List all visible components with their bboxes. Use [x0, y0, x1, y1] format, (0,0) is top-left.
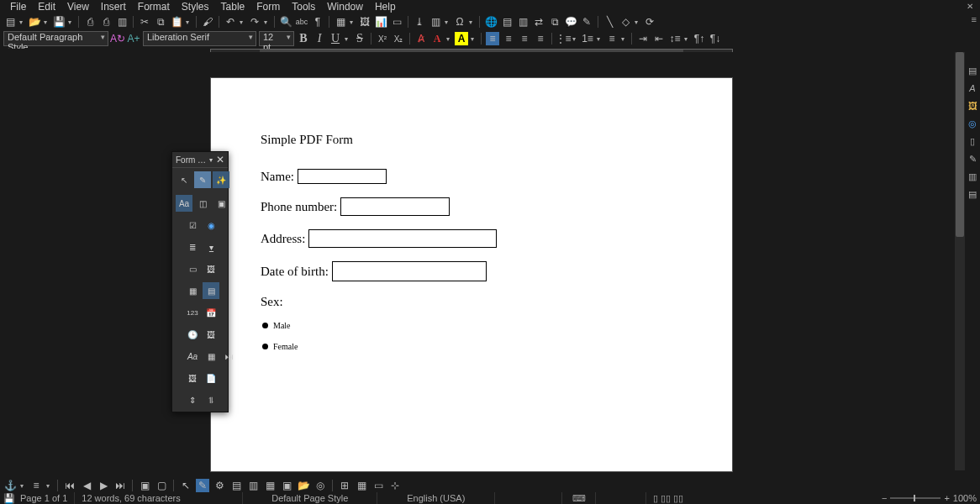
menu-tools[interactable]: Tools [287, 0, 320, 13]
document-page[interactable]: Simple PDF Form Name: Phone number: Addr… [210, 77, 733, 472]
navigator-panel-icon[interactable]: ◎ [966, 116, 979, 131]
form-nav-last-icon[interactable]: ⏭ [113, 479, 127, 492]
styles-panel-icon[interactable]: A [966, 81, 979, 96]
menu-file[interactable]: File [5, 0, 31, 13]
status-page-style[interactable]: Default Page Style [243, 492, 377, 504]
design-toggle-icon[interactable]: ✎ [196, 479, 209, 492]
manage-changes-icon[interactable]: ▥ [966, 169, 979, 184]
open-icon[interactable]: 📂 [28, 15, 41, 29]
currency-field-icon[interactable]: 🖼 [203, 326, 219, 343]
menu-edit[interactable]: Edit [33, 0, 61, 13]
gallery-panel-icon[interactable]: 🖼 [966, 98, 979, 113]
more-controls-icon[interactable]: ▤ [203, 282, 219, 299]
image-control-icon[interactable]: 🖼 [184, 370, 201, 386]
zoom-in-button[interactable]: + [944, 493, 949, 503]
menu-view[interactable]: View [62, 0, 94, 13]
align-center-button[interactable]: ≡ [502, 32, 515, 45]
design-mode-icon[interactable]: ✎ [194, 171, 211, 188]
zoom-level[interactable]: 100% [953, 493, 977, 503]
italic-button[interactable]: I [313, 32, 326, 45]
clear-formatting-icon[interactable]: A̷ [414, 32, 428, 45]
name-textbox[interactable] [298, 169, 387, 184]
cross-ref-icon[interactable]: ⇄ [532, 15, 545, 29]
save-icon[interactable]: 💾 [52, 15, 66, 29]
checkbox-control-icon[interactable]: ☑ [184, 217, 201, 234]
control-props-icon[interactable]: ⚙ [213, 479, 226, 492]
font-size-combo[interactable]: 12 pt [259, 31, 294, 46]
menu-format[interactable]: Format [133, 0, 175, 13]
spin-button-icon[interactable]: ⇕ [184, 391, 201, 408]
select-tool-icon[interactable]: ↖ [176, 171, 192, 188]
scrollbar-thumb[interactable] [956, 52, 964, 237]
clone-formatting-icon[interactable]: 🖌 [201, 15, 214, 29]
decrease-indent-button[interactable]: ⇤ [652, 32, 666, 45]
form-nav-next-icon[interactable]: ▶ [97, 479, 110, 492]
track-changes-icon[interactable]: ✎ [580, 15, 593, 29]
zoom-out-button[interactable]: − [882, 493, 887, 503]
align-left-button[interactable]: ≡ [486, 32, 499, 45]
font-color-button[interactable]: A [430, 32, 444, 45]
position-size-icon[interactable]: ⊞ [338, 479, 351, 492]
file-selection-icon[interactable]: 📄 [203, 370, 219, 386]
formatted-field-icon[interactable]: ▦ [184, 282, 201, 299]
table-control-icon[interactable]: ▦ [203, 348, 219, 365]
helplines-icon[interactable]: ▭ [371, 479, 385, 492]
accessibility-icon[interactable]: ▤ [966, 186, 979, 202]
subscript-button[interactable]: X₂ [392, 32, 405, 45]
paragraph-style-combo[interactable]: Default Paragraph Style [3, 31, 108, 46]
align-right-button[interactable]: ≡ [518, 32, 531, 45]
scrollbar-control-icon[interactable]: ⥮ [203, 391, 219, 408]
menu-help[interactable]: Help [370, 0, 401, 13]
auto-control-focus-icon[interactable]: ◎ [313, 479, 327, 492]
print-icon[interactable]: ⎙ [99, 15, 113, 29]
line-icon[interactable]: ╲ [603, 15, 616, 29]
paste-icon[interactable]: 📋 [170, 15, 183, 29]
insert-table-icon[interactable]: ▦ [334, 15, 347, 29]
form-props-icon[interactable]: ▤ [229, 479, 243, 492]
special-char-icon[interactable]: Ω [453, 15, 466, 29]
push-button-icon[interactable]: ▭ [184, 260, 201, 277]
strikethrough-button[interactable]: S [353, 32, 366, 45]
bold-button[interactable]: B [297, 32, 310, 45]
add-field-icon[interactable]: ▦ [263, 479, 277, 492]
new-doc-icon[interactable]: ▤ [3, 15, 17, 29]
style-inspector-icon[interactable]: ✎ [966, 151, 979, 166]
form-nav-prev-icon[interactable]: ◀ [80, 479, 93, 492]
redo-icon[interactable]: ↷ [248, 15, 261, 29]
female-radio[interactable] [262, 344, 268, 349]
address-textbox[interactable] [308, 229, 497, 248]
radio-control-icon[interactable]: ◉ [203, 217, 219, 234]
window-close-icon[interactable]: ✕ [967, 2, 973, 11]
menu-styles[interactable]: Styles [177, 0, 214, 13]
decrease-para-spacing-button[interactable]: ¶↓ [709, 32, 722, 45]
cut-icon[interactable]: ✂ [138, 15, 151, 29]
insert-field-icon[interactable]: ▥ [429, 15, 442, 29]
form-toolbar-close-icon[interactable]: ✕ [216, 154, 224, 165]
duplicate-icon[interactable]: ⧉ [548, 15, 561, 29]
bookmark-icon[interactable]: ▥ [516, 15, 530, 29]
menu-table[interactable]: Table [216, 0, 250, 13]
status-insert-mode[interactable]: ⌨ [562, 492, 596, 504]
snap-guides-icon[interactable]: ⊹ [388, 479, 402, 492]
bullet-list-button[interactable]: ⋮≡ [556, 32, 570, 45]
increase-indent-button[interactable]: ⇥ [636, 32, 650, 45]
numbered-list-button[interactable]: 1≡ [581, 32, 594, 45]
page-panel-icon[interactable]: ▯ [966, 134, 979, 149]
male-radio[interactable] [262, 323, 268, 328]
view-book-icon[interactable]: ▯▯ [673, 493, 683, 504]
page-break-icon[interactable]: ⤓ [413, 15, 426, 29]
spellcheck-icon[interactable]: abc [295, 15, 308, 29]
select-arrow-icon[interactable]: ↖ [179, 479, 192, 492]
formatting-marks-icon[interactable]: ¶ [311, 15, 324, 29]
footnote-icon[interactable]: ▤ [500, 15, 514, 29]
combobox-control-icon[interactable]: ▾̲ [203, 239, 219, 255]
vertical-scrollbar[interactable] [955, 52, 965, 470]
form-navigator-icon[interactable]: ▥ [246, 479, 260, 492]
time-field-icon[interactable]: 🕒 [184, 326, 201, 343]
form-toolbar-dropdown-icon[interactable]: ▾ [209, 156, 213, 164]
insert-textbox-icon[interactable]: ▭ [390, 15, 403, 29]
date-field-icon[interactable]: 📅 [203, 304, 219, 321]
basic-shapes-icon[interactable]: ◇ [619, 15, 632, 29]
grid-icon[interactable]: ▦ [355, 479, 368, 492]
group-box-icon[interactable]: ▣ [213, 195, 229, 212]
